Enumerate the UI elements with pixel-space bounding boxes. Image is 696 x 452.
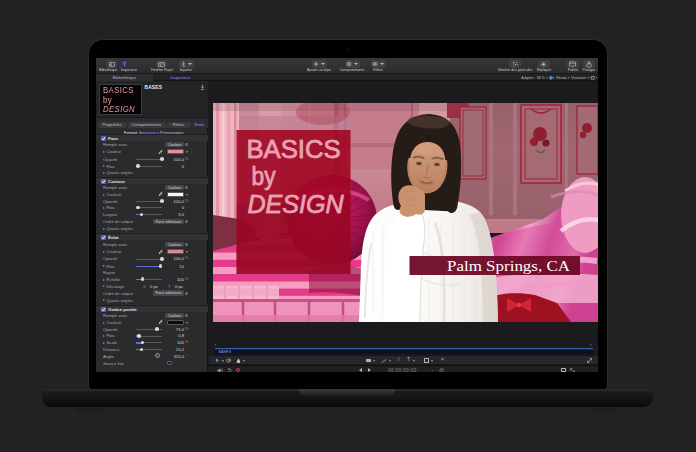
svg-text:by: by [252,162,276,190]
svg-text:BASICS: BASICS [247,135,341,163]
svg-text:Palm Springs, CA: Palm Springs, CA [447,257,571,274]
svg-text:DESIGN: DESIGN [248,189,344,219]
